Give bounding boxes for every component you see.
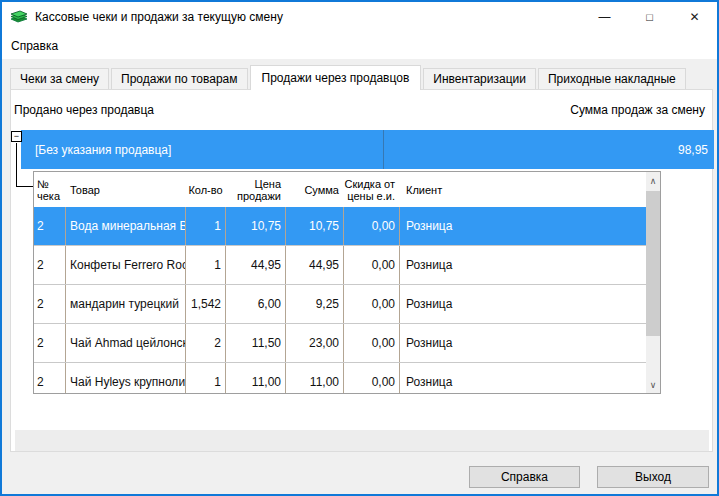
header-sale-price: Цена продажи (226, 172, 286, 207)
header-client: Клиент (400, 172, 646, 207)
title-bar: Кассовые чеки и продажи за текущую смену… (2, 2, 717, 32)
seller-group-label: [Без указания продавца] (21, 143, 171, 157)
help-button[interactable]: Справка (469, 466, 580, 488)
cell-item: Вода минеральная BON. (66, 207, 186, 245)
cell-discount: 0,00 (344, 246, 400, 284)
seller-group-sum: 98,95 (678, 143, 714, 157)
header-check-number: № чека (34, 172, 66, 207)
vertical-scrollbar[interactable]: ∧ ∨ (646, 172, 660, 393)
cell-check-number: 2 (34, 246, 66, 284)
cell-sum: 23,00 (286, 324, 344, 362)
cell-check-number: 2 (34, 207, 66, 245)
cell-quantity: 1,542 (186, 285, 226, 323)
table-row[interactable]: 2 мандарин турецкий 1,542 6,00 9,25 0,00… (34, 285, 646, 324)
window-controls: — □ ✕ (582, 2, 717, 32)
group-column-divider (383, 130, 384, 169)
cell-check-number: 2 (34, 285, 66, 323)
cell-sum: 11,00 (286, 363, 344, 393)
cell-client: Розница (400, 246, 646, 284)
cell-quantity: 1 (186, 207, 226, 245)
table-row[interactable]: 2 Вода минеральная BON. 1 10,75 10,75 0,… (34, 207, 646, 246)
tab-checks-for-shift[interactable]: Чеки за смену (10, 68, 109, 89)
cell-sale-price: 6,00 (226, 285, 286, 323)
cell-item: Чай Hyleys крупнолистов (66, 363, 186, 393)
cell-quantity: 1 (186, 246, 226, 284)
cell-sale-price: 11,00 (226, 363, 286, 393)
cell-sale-price: 10,75 (226, 207, 286, 245)
tab-incoming-invoices[interactable]: Приходные накладные (538, 68, 686, 89)
header-discount: Скидка от цены е.и. (344, 172, 400, 207)
header-sum: Сумма (286, 172, 344, 207)
header-quantity: Кол-во (186, 172, 226, 207)
cell-discount: 0,00 (344, 324, 400, 362)
tree-line-horizontal (16, 186, 33, 187)
tab-sales-by-sellers[interactable]: Продажи через продавцов (250, 65, 422, 90)
app-window: Кассовые чеки и продажи за текущую смену… (0, 0, 719, 496)
tree-collapse-toggle[interactable]: − (11, 131, 22, 142)
header-item: Товар (66, 172, 186, 207)
cell-client: Розница (400, 363, 646, 393)
cell-sale-price: 11,50 (226, 324, 286, 362)
cell-item: мандарин турецкий (66, 285, 186, 323)
header-sale-price-text: Цена продажи (226, 178, 281, 202)
close-icon: ✕ (689, 10, 699, 24)
cell-quantity: 2 (186, 324, 226, 362)
minimize-icon: — (599, 10, 611, 24)
sales-detail-table: № чека Товар Кол-во Цена продажи Сумма С… (33, 171, 661, 394)
column-header-shift-sales-sum: Сумма продаж за смену (570, 103, 705, 117)
tree-line-vertical (16, 143, 17, 186)
cell-sale-price: 44,95 (226, 246, 286, 284)
maximize-icon: □ (646, 11, 653, 23)
cell-client: Розница (400, 324, 646, 362)
scroll-up-icon[interactable]: ∧ (646, 172, 660, 189)
cell-discount: 0,00 (344, 285, 400, 323)
cell-item: Чай Ahmad цейлонский : (66, 324, 186, 362)
tab-inventories[interactable]: Инвентаризации (423, 68, 536, 89)
table-row[interactable]: 2 Чай Ahmad цейлонский : 2 11,50 23,00 0… (34, 324, 646, 363)
column-header-sold-via-seller: Продано через продавца (14, 103, 154, 117)
bottom-panel-strip (15, 430, 709, 451)
seller-group-row[interactable]: [Без указания продавца] 98,95 (21, 130, 714, 169)
cell-discount: 0,00 (344, 207, 400, 245)
money-stack-icon (10, 10, 28, 25)
sales-detail-columns: № чека Товар Кол-во Цена продажи Сумма С… (34, 172, 646, 393)
cell-sum: 9,25 (286, 285, 344, 323)
scrollbar-thumb[interactable] (646, 191, 660, 336)
cell-quantity: 1 (186, 363, 226, 393)
tab-strip: Чеки за смену Продажи по товарам Продажи… (10, 65, 688, 90)
scroll-down-icon[interactable]: ∨ (646, 376, 660, 393)
window-title: Кассовые чеки и продажи за текущую смену (35, 10, 582, 24)
minimize-button[interactable]: — (582, 2, 627, 32)
cell-item: Конфеты Ferrero Rocher : (66, 246, 186, 284)
tab-page-sales-by-sellers: Продано через продавца Сумма продаж за с… (10, 89, 713, 452)
cell-sum: 10,75 (286, 207, 344, 245)
cell-sum: 44,95 (286, 246, 344, 284)
table-row[interactable]: 2 Чай Hyleys крупнолистов 1 11,00 11,00 … (34, 363, 646, 393)
tab-sales-by-goods[interactable]: Продажи по товарам (111, 68, 248, 89)
detail-table-header: № чека Товар Кол-во Цена продажи Сумма С… (34, 172, 646, 207)
menu-bar: Справка (2, 32, 717, 59)
menu-item-help[interactable]: Справка (4, 36, 65, 56)
cell-discount: 0,00 (344, 363, 400, 393)
cell-check-number: 2 (34, 324, 66, 362)
maximize-button[interactable]: □ (627, 2, 672, 32)
cell-client: Розница (400, 207, 646, 245)
cell-check-number: 2 (34, 363, 66, 393)
header-discount-text: Скидка от цены е.и. (344, 178, 395, 202)
cell-client: Розница (400, 285, 646, 323)
exit-button[interactable]: Выход (597, 466, 709, 488)
close-button[interactable]: ✕ (672, 2, 717, 32)
table-row[interactable]: 2 Конфеты Ferrero Rocher : 1 44,95 44,95… (34, 246, 646, 285)
